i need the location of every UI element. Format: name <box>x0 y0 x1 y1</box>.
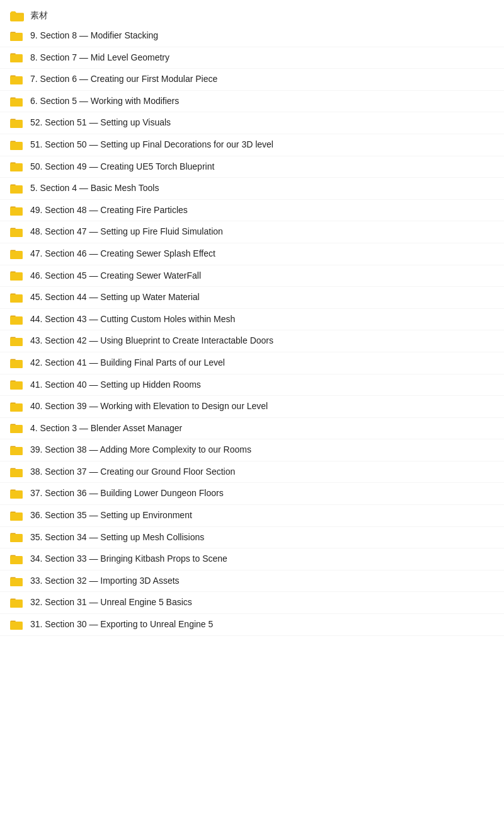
list-item[interactable]: 45. Section 44 — Setting up Water Materi… <box>0 287 504 309</box>
item-label: 51. Section 50 — Setting up Final Decora… <box>30 139 273 151</box>
folder-icon <box>10 96 23 107</box>
item-label: 32. Section 31 — Unreal Engine 5 Basics <box>30 596 192 609</box>
svg-rect-74 <box>10 556 23 564</box>
item-label: 50. Section 49 — Creating UE5 Torch Blue… <box>30 161 214 173</box>
item-label: 8. Section 7 — Mid Level Geometry <box>30 52 169 64</box>
svg-rect-11 <box>10 98 23 107</box>
svg-rect-5 <box>10 55 23 63</box>
list-item[interactable]: 49. Section 48 — Creating Fire Particles <box>0 200 504 222</box>
folder-icon <box>10 270 23 281</box>
svg-rect-26 <box>10 207 23 216</box>
list-item[interactable]: 46. Section 45 — Creating Sewer WaterFal… <box>0 265 504 287</box>
folder-icon <box>10 183 23 194</box>
list-item[interactable]: 37. Section 36 — Building Lower Dungeon … <box>0 483 504 505</box>
folder-icon <box>10 445 23 455</box>
list-item[interactable]: 34. Section 33 — Bringing Kitbash Props … <box>0 548 504 570</box>
folder-icon <box>10 292 23 303</box>
folder-icon <box>10 52 23 62</box>
svg-rect-29 <box>10 229 23 237</box>
item-label: 33. Section 32 — Importing 3D Assets <box>30 575 180 588</box>
list-item[interactable]: 51. Section 50 — Setting up Final Decora… <box>0 134 504 156</box>
list-item[interactable]: 40. Section 39 — Working with Elevation … <box>0 396 504 418</box>
folder-icon <box>10 620 23 630</box>
folder-icon <box>10 206 23 216</box>
folder-icon <box>10 379 23 390</box>
list-item[interactable]: 32. Section 31 — Unreal Engine 5 Basics <box>0 592 504 614</box>
svg-rect-44 <box>10 338 23 346</box>
item-label: 4. Section 3 — Blender Asset Manager <box>30 422 182 435</box>
item-label: 7. Section 6 — Creating our First Modula… <box>30 73 217 86</box>
list-item[interactable]: 6. Section 5 — Working with Modifiers <box>0 91 504 113</box>
folder-icon <box>10 249 23 259</box>
svg-rect-50 <box>10 381 23 390</box>
svg-rect-47 <box>10 360 23 368</box>
header-title: 素材 <box>30 10 48 21</box>
folder-icon <box>10 423 23 433</box>
item-label: 47. Section 46 — Creating Sewer Splash E… <box>30 248 215 260</box>
folder-icon <box>10 161 23 171</box>
folder-icon <box>10 336 23 346</box>
list-item[interactable]: 41. Section 40 — Setting up Hidden Rooms <box>0 374 504 397</box>
list-item[interactable]: 39. Section 38 — Adding More Complexity … <box>0 439 504 461</box>
item-label: 38. Section 37 — Creating our Ground Flo… <box>30 466 235 478</box>
item-label: 49. Section 48 — Creating Fire Particles <box>30 204 188 217</box>
folder-icon <box>10 140 23 150</box>
svg-rect-53 <box>10 403 23 412</box>
header-row: 素材 <box>0 6 504 25</box>
svg-rect-41 <box>10 316 23 325</box>
svg-rect-65 <box>10 490 23 499</box>
list-item[interactable]: 5. Section 4 — Basic Mesh Tools <box>0 178 504 200</box>
items-list: 9. Section 8 — Modifier Stacking 8. Sect… <box>0 25 504 636</box>
folder-icon <box>10 511 23 521</box>
svg-rect-14 <box>10 120 23 128</box>
svg-rect-2 <box>10 33 23 41</box>
folder-icon <box>10 598 23 608</box>
svg-rect-77 <box>10 578 23 586</box>
list-item[interactable]: 52. Section 51 — Setting up Visuals <box>0 112 504 134</box>
item-label: 45. Section 44 — Setting up Water Materi… <box>30 291 200 304</box>
list-item[interactable]: 33. Section 32 — Importing 3D Assets <box>0 570 504 593</box>
svg-rect-35 <box>10 272 23 281</box>
item-label: 34. Section 33 — Bringing Kitbash Props … <box>30 553 227 565</box>
item-label: 6. Section 5 — Working with Modifiers <box>30 95 179 108</box>
header-folder-icon <box>10 10 24 21</box>
folder-icon <box>10 227 23 237</box>
folder-icon <box>10 489 23 499</box>
item-label: 48. Section 47 — Setting up Fire Fluid S… <box>30 226 223 238</box>
list-item[interactable]: 8. Section 7 — Mid Level Geometry <box>0 47 504 69</box>
list-item[interactable]: 7. Section 6 — Creating our First Modula… <box>0 69 504 91</box>
folder-icon <box>10 358 23 368</box>
list-item[interactable]: 36. Section 35 — Setting up Environment <box>0 505 504 527</box>
list-item[interactable]: 48. Section 47 — Setting up Fire Fluid S… <box>0 221 504 243</box>
item-label: 5. Section 4 — Basic Mesh Tools <box>30 182 159 195</box>
svg-rect-83 <box>10 622 23 630</box>
svg-rect-68 <box>10 513 23 521</box>
svg-rect-38 <box>10 294 23 303</box>
list-item[interactable]: 42. Section 41 — Building Final Parts of… <box>0 352 504 374</box>
folder-icon <box>10 74 23 84</box>
folder-icon <box>10 118 23 128</box>
item-label: 37. Section 36 — Building Lower Dungeon … <box>30 487 224 500</box>
svg-rect-59 <box>10 447 23 455</box>
folder-icon <box>10 402 23 412</box>
list-item[interactable]: 44. Section 43 — Cutting Custom Holes wi… <box>0 309 504 331</box>
folder-icon <box>10 467 23 477</box>
list-item[interactable]: 9. Section 8 — Modifier Stacking <box>0 25 504 47</box>
list-item[interactable]: 35. Section 34 — Setting up Mesh Collisi… <box>0 527 504 549</box>
list-item[interactable]: 47. Section 46 — Creating Sewer Splash E… <box>0 243 504 265</box>
svg-rect-80 <box>10 599 23 608</box>
svg-rect-62 <box>10 469 23 477</box>
svg-rect-17 <box>10 142 23 150</box>
list-item[interactable]: 50. Section 49 — Creating UE5 Torch Blue… <box>0 156 504 178</box>
item-label: 42. Section 41 — Building Final Parts of… <box>30 357 225 369</box>
list-item[interactable]: 38. Section 37 — Creating our Ground Flo… <box>0 461 504 484</box>
svg-rect-56 <box>10 426 23 434</box>
folder-icon <box>10 554 23 564</box>
item-label: 46. Section 45 — Creating Sewer WaterFal… <box>30 270 201 282</box>
list-item[interactable]: 31. Section 30 — Exporting to Unreal Eng… <box>0 614 504 636</box>
list-item[interactable]: 4. Section 3 — Blender Asset Manager <box>0 418 504 440</box>
item-label: 40. Section 39 — Working with Elevation … <box>30 400 268 413</box>
list-item[interactable]: 43. Section 42 — Using Blueprint to Crea… <box>0 330 504 352</box>
svg-rect-71 <box>10 535 23 543</box>
item-label: 52. Section 51 — Setting up Visuals <box>30 117 171 129</box>
